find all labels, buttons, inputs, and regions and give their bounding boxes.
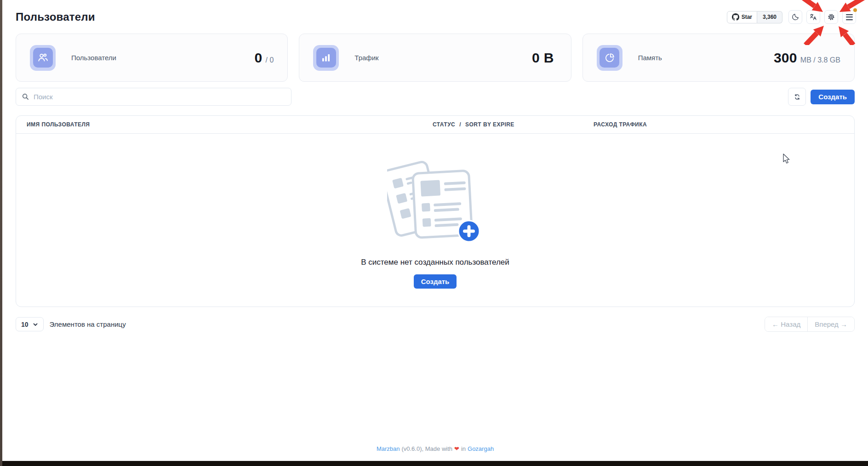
footer-version-text: (v0.6.0), Made with: [401, 445, 452, 452]
translate-icon: [809, 13, 817, 21]
marzban-link[interactable]: Marzban: [377, 445, 400, 452]
gear-icon: [827, 13, 835, 21]
github-star-widget[interactable]: Star 3,360: [727, 11, 782, 23]
refresh-icon: [793, 93, 801, 101]
menu-button[interactable]: [842, 10, 856, 24]
empty-users-illustration: [387, 159, 484, 246]
create-user-button[interactable]: Создать: [811, 90, 855, 104]
language-button[interactable]: [806, 10, 820, 24]
stat-card-users: Пользователи 0 / 0: [16, 34, 288, 82]
users-icon: [37, 51, 49, 64]
marzban-users-page: Пользователи Star 3,360: [0, 0, 868, 466]
window-left-border: [0, 0, 2, 466]
table-empty-state: В системе нет созданных пользователей Со…: [16, 134, 854, 307]
users-table: ИМЯ ПОЛЬЗОВАТЕЛЯ СТАТУС / SORT BY EXPIRE…: [16, 115, 855, 307]
stat-value: 300: [774, 50, 797, 66]
toolbar: Создать: [16, 88, 855, 106]
pagination-bar: 10 Элементов на страницу ← Назад Вперед …: [16, 317, 855, 331]
stat-card-traffic: Трафик 0 B: [299, 34, 571, 82]
window-bottom-border: [2, 461, 868, 466]
stat-label: Пользователи: [71, 54, 116, 62]
notification-dot: [853, 8, 857, 12]
empty-state-create-button[interactable]: Создать: [414, 274, 457, 289]
add-users-plus-icon: [458, 221, 480, 242]
column-header-traffic[interactable]: РАСХОД ТРАФИКА: [594, 121, 647, 128]
pie-chart-icon: [604, 52, 616, 64]
stats-row: Пользователи 0 / 0 Трафик: [16, 34, 855, 82]
page-size-label: Элементов на страницу: [50, 320, 126, 328]
header-controls: Star 3,360: [727, 10, 856, 24]
page-size-select[interactable]: 10: [16, 317, 44, 331]
github-star-count[interactable]: 3,360: [757, 11, 782, 23]
stat-label: Память: [638, 54, 662, 62]
table-header-row: ИМЯ ПОЛЬЗОВАТЕЛЯ СТАТУС / SORT BY EXPIRE…: [16, 116, 854, 134]
bar-chart-icon: [320, 52, 332, 64]
page-title: Пользователи: [16, 11, 95, 23]
column-header-status[interactable]: СТАТУС: [433, 121, 455, 128]
heart-icon: ❤: [454, 445, 459, 452]
settings-button[interactable]: [824, 10, 838, 24]
stat-sub-value: MB / 3.8 GB: [800, 56, 840, 64]
page-size-value: 10: [21, 321, 29, 328]
pagination-nav: ← Назад Вперед →: [765, 317, 855, 332]
footer: Marzban (v0.6.0), Made with ❤ in Gozarga…: [2, 445, 868, 452]
github-octocat-icon: [732, 13, 739, 21]
search-icon: [22, 93, 29, 101]
stat-sub-value: / 0: [266, 56, 274, 64]
empty-state-message: В системе нет созданных пользователей: [361, 258, 509, 267]
search-box[interactable]: [16, 88, 291, 106]
page-header: Пользователи Star 3,360: [2, 0, 868, 24]
github-star-button[interactable]: Star: [727, 11, 757, 23]
prev-page-button[interactable]: ← Назад: [765, 317, 807, 331]
stat-card-memory: Память 300 MB / 3.8 GB: [582, 34, 855, 82]
chevron-down-icon: [33, 322, 38, 327]
stat-value: 0 B: [532, 50, 554, 66]
column-header-sort-by-expire[interactable]: SORT BY EXPIRE: [465, 121, 514, 128]
hamburger-icon: [846, 14, 853, 20]
footer-in-text: in: [461, 445, 466, 452]
next-page-button[interactable]: Вперед →: [807, 317, 854, 331]
refresh-button[interactable]: [788, 88, 806, 106]
column-header-username[interactable]: ИМЯ ПОЛЬЗОВАТЕЛЯ: [16, 121, 433, 128]
gozargah-link[interactable]: Gozargah: [468, 445, 494, 452]
stat-label: Трафик: [354, 54, 378, 62]
moon-icon: [791, 13, 799, 21]
column-header-divider: /: [459, 121, 461, 128]
dark-mode-button[interactable]: [788, 10, 802, 24]
stat-value: 0: [255, 50, 263, 66]
github-star-label: Star: [742, 14, 752, 20]
search-input[interactable]: [34, 93, 286, 101]
